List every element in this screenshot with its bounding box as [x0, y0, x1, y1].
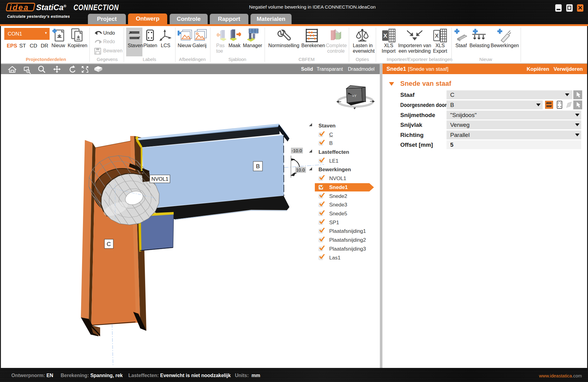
svg-text:X: X	[383, 32, 387, 39]
svg-text:X: X	[435, 32, 439, 39]
svg-text:10.0: 10.0	[296, 167, 305, 172]
svg-text:NVOL1: NVOL1	[151, 176, 168, 182]
svg-text:C: C	[107, 241, 111, 247]
svg-text:-10.0: -10.0	[292, 148, 302, 153]
svg-text:B: B	[256, 163, 260, 169]
svg-text:+Y: +Y	[352, 94, 356, 98]
